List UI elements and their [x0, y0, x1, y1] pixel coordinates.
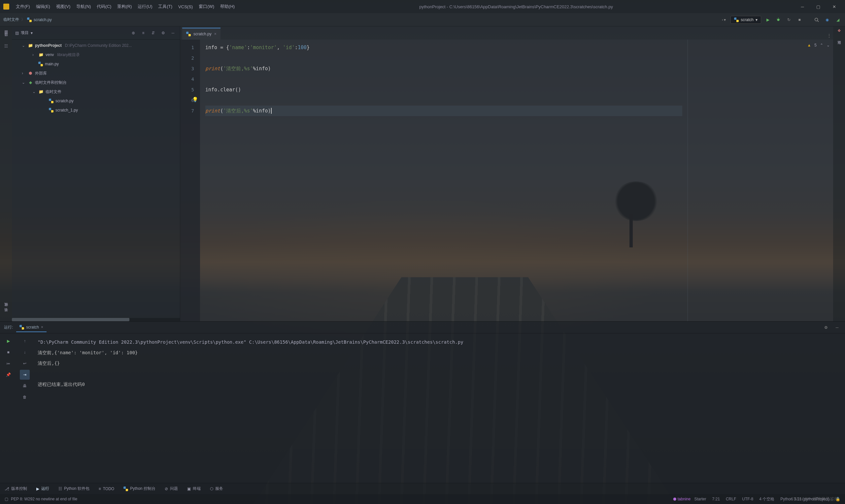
run-with-coverage-button[interactable]: ↻ [785, 16, 793, 24]
tree-main-py[interactable]: main.py [12, 59, 180, 69]
editor-body[interactable]: 1234567 💡 info = {'name':'monitor', 'id'… [180, 40, 833, 321]
run-tab-label: scratch [26, 325, 39, 329]
titlebar: 文件(F) 编辑(E) 视图(V) 导航(N) 代码(C) 重构(R) 运行(U… [0, 0, 845, 13]
close-run-tab-icon[interactable]: × [41, 325, 43, 329]
cursor-position[interactable]: 7:21 [712, 497, 720, 501]
notifications-icon[interactable]: ❖ [838, 29, 841, 33]
clear-button[interactable]: 🗑 [20, 392, 30, 402]
editor-more-icon[interactable]: ⋮ [825, 32, 833, 40]
tab-todo[interactable]: ≡TODO [99, 487, 114, 491]
tree-scratch1-py[interactable]: scratch_1.py [12, 106, 180, 115]
svg-point-1 [777, 18, 780, 21]
editor-tab-scratch[interactable]: scratch.py × [182, 28, 221, 40]
run-button[interactable]: ▶ [764, 16, 772, 24]
close-button[interactable]: ✕ [827, 0, 842, 13]
print-button[interactable]: 🖶 [20, 381, 30, 391]
python-file-icon [27, 17, 32, 22]
project-tree[interactable]: ⌄📁 pythonProject D:\PyCharm Community Ed… [12, 40, 180, 318]
minimize-button[interactable]: ─ [795, 0, 810, 13]
editor-inspection-widget[interactable]: ▲ 5 ⌃ ⌄ [807, 43, 830, 48]
user-button[interactable]: ▾ [720, 16, 728, 24]
rerun-button[interactable]: ▶ [3, 336, 13, 346]
line-number-gutter[interactable]: 1234567 [180, 40, 200, 321]
intention-bulb-icon[interactable]: 💡 [192, 94, 198, 105]
file-encoding[interactable]: UTF-8 [742, 497, 753, 501]
menu-file[interactable]: 文件(F) [13, 2, 33, 11]
left-tab-favorites[interactable]: 收藏 [3, 308, 9, 311]
close-tab-icon[interactable]: × [214, 32, 216, 36]
collapse-all-button[interactable]: ⇵ [149, 29, 157, 37]
search-everywhere-button[interactable] [813, 16, 821, 24]
right-tab-notifications[interactable]: 通知 [836, 36, 842, 39]
maximize-button[interactable]: ▢ [811, 0, 826, 13]
locate-file-button[interactable]: ⊕ [130, 29, 137, 37]
status-icon[interactable]: ▢ [5, 497, 8, 501]
python-icon [19, 325, 24, 329]
chevron-down-icon[interactable]: ▾ [31, 31, 33, 35]
menu-window[interactable]: 窗口(W) [196, 2, 217, 11]
line-separator[interactable]: CRLF [726, 497, 736, 501]
run-config-selector[interactable]: scratch ▾ [730, 16, 761, 24]
menu-view[interactable]: 视图(V) [53, 2, 73, 11]
menu-edit[interactable]: 编辑(E) [33, 2, 53, 11]
prev-highlight-icon[interactable]: ⌃ [820, 43, 823, 48]
tabnine-widget[interactable]: ⬣tabnine Starter [673, 497, 706, 501]
tab-run[interactable]: ▶运行 [36, 486, 49, 491]
ide-settings-button[interactable]: ◉ [823, 16, 831, 24]
tab-python-packages[interactable]: ☷Python 软件包 [58, 486, 89, 491]
project-tab-icon[interactable]: ▦ [3, 29, 9, 35]
tree-project-root[interactable]: ⌄📁 pythonProject D:\PyCharm Community Ed… [12, 41, 180, 50]
chevron-down-icon: ▾ [756, 17, 758, 22]
up-stack-button[interactable]: ↑ [20, 336, 30, 346]
stop-button[interactable]: ■ [795, 16, 804, 24]
menu-help[interactable]: 帮助(H) [217, 2, 237, 11]
tab-terminal[interactable]: ▣终端 [187, 486, 201, 491]
menu-tools[interactable]: 工具(T) [156, 2, 175, 11]
tree-external-libs[interactable]: ›⬢ 外部库 [12, 69, 180, 78]
menu-run[interactable]: 运行(U) [135, 2, 155, 11]
status-message[interactable]: PEP 8: W292 no newline at end of file [11, 497, 77, 501]
structure-tab-icon[interactable]: ☷ [3, 43, 9, 50]
tree-scratches-root[interactable]: ⌄◆ 临时文件和控制台 [12, 78, 180, 87]
tab-vcs[interactable]: ⎇版本控制 [5, 486, 27, 491]
layout-button[interactable]: ≔ [3, 359, 13, 368]
scroll-to-end-button[interactable]: ⇥ [20, 370, 30, 380]
breadcrumb[interactable]: 临时文件 〉 scratch.py [3, 17, 52, 22]
tree-scratches-folder[interactable]: ⌄📁 临时文件 [12, 87, 180, 96]
menu-navigate[interactable]: 导航(N) [74, 2, 93, 11]
left-tab-project[interactable]: 项目 [3, 38, 9, 40]
debug-button[interactable] [774, 16, 782, 24]
tab-services[interactable]: ⬡服务 [210, 486, 223, 491]
code-content[interactable]: 💡 info = {'name':'monitor', 'id':100} pr… [200, 40, 688, 321]
tab-problems[interactable]: ⊘问题 [165, 486, 178, 491]
menu-code[interactable]: 代码(C) [94, 2, 114, 11]
svg-point-0 [723, 19, 723, 20]
stop-run-button[interactable]: ■ [3, 347, 13, 357]
run-tool-window: 运行: scratch × ⚙ ─ ▶ ■ ≔ 📌 ↑ ↓ [0, 321, 845, 483]
menu-vcs[interactable]: VCS(S) [176, 3, 195, 11]
hide-panel-button[interactable]: ─ [169, 29, 177, 37]
console-output[interactable]: "D:\PyCharm Community Edition 2022.3\pyt… [33, 334, 845, 483]
tab-python-console[interactable]: Python 控制台 [123, 486, 156, 491]
run-tab[interactable]: scratch × [16, 323, 47, 332]
menu-refactor[interactable]: 重构(R) [115, 2, 134, 11]
right-tool-strip: ❖ 通知 [833, 26, 845, 321]
panel-settings-button[interactable]: ⚙ [159, 29, 167, 37]
tree-venv[interactable]: ›📁 venv library根目录 [12, 50, 180, 59]
breadcrumb-root[interactable]: 临时文件 [3, 17, 19, 22]
project-panel-scrollbar[interactable] [12, 318, 180, 321]
tabnine-icon[interactable]: ◢ [834, 16, 842, 24]
hide-run-panel-icon[interactable]: ─ [833, 324, 841, 331]
python-icon [734, 17, 739, 22]
down-stack-button[interactable]: ↓ [20, 347, 30, 357]
pin-button[interactable]: 📌 [3, 370, 13, 380]
next-highlight-icon[interactable]: ⌄ [827, 43, 830, 48]
breadcrumb-file[interactable]: scratch.py [34, 17, 52, 22]
left-tab-bookmarks[interactable]: 书签 [3, 313, 9, 316]
indent-setting[interactable]: 4 个空格 [759, 497, 774, 502]
run-settings-icon[interactable]: ⚙ [822, 324, 830, 331]
tree-scratch-py[interactable]: scratch.py [12, 96, 180, 106]
soft-wrap-button[interactable]: ↩ [20, 359, 30, 368]
python-file-icon [38, 62, 43, 66]
expand-all-button[interactable]: ≡ [140, 29, 147, 37]
